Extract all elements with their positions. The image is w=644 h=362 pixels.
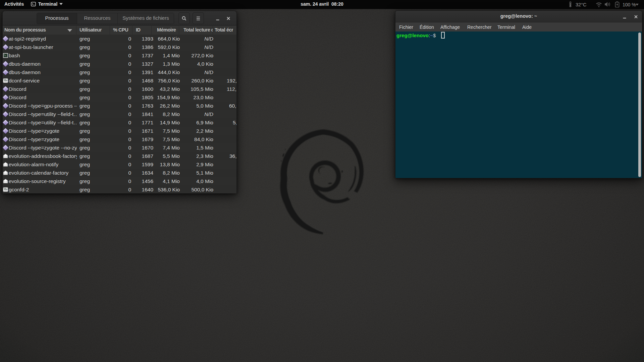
svg-text:32°C: 32°C: [576, 2, 586, 7]
svg-text:100 %: 100 %: [623, 2, 636, 7]
